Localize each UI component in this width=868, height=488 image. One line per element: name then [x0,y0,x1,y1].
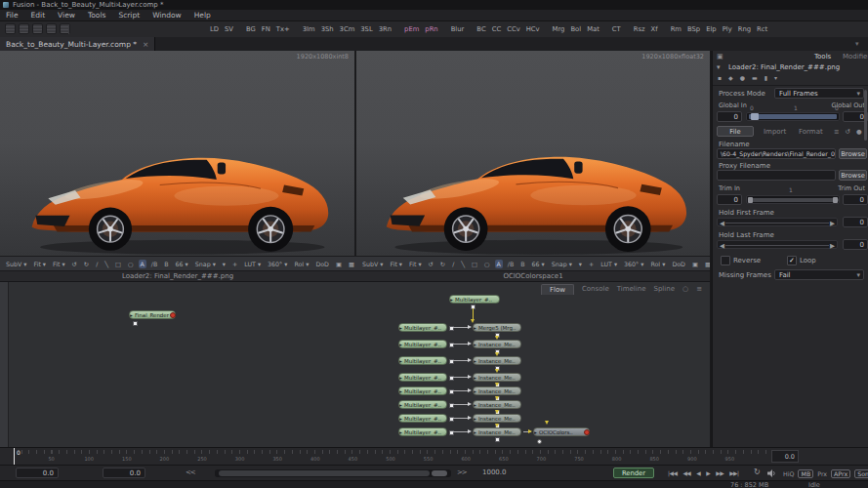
trim-in-input[interactable]: 0 [717,194,742,205]
panel-menu-icon[interactable]: ▣ [717,53,723,61]
fast-forward-button[interactable]: ▶▶ [714,470,725,476]
transport-bar: 0.0 0.0 << >> 1000.0 Render |◀◀◀◀◀▶▶▶▶▶|… [0,465,868,481]
trim-out-input[interactable]: 0 [843,194,868,205]
tab-modifiers[interactable]: Modifiers [843,53,868,61]
connector-square[interactable] [133,321,138,326]
trim-handle-left[interactable] [748,197,753,203]
flow-node-instance[interactable]: Instance_Me.. [473,386,521,395]
output-dot-icon[interactable] [584,429,590,435]
hold-last-input[interactable]: 0 [843,239,868,250]
toggle-some[interactable]: Some [854,469,868,478]
panel-scrollbar[interactable] [864,90,867,141]
flow-node-ocio[interactable]: OCIOColors.. [533,427,590,436]
go-last-button[interactable]: ▶▶| [727,470,740,476]
node-header-icon-2[interactable]: ● [740,74,745,81]
flow-panel[interactable]: Flow Console Timeline Spline ○ ≡ Final_R… [0,281,710,448]
toggle-prx[interactable]: Prx [817,470,827,477]
flow-connection [453,404,469,405]
connector-square[interactable] [495,437,500,442]
playhead[interactable] [14,448,15,466]
hold-first-slider[interactable]: ◀▶ [717,218,838,226]
proxy-filename-input[interactable] [717,170,836,181]
ruler-tick-label: 450 [349,456,358,462]
flow-node-multilayer-top[interactable]: Multilayer_#.. [449,295,500,304]
flow-node-merge[interactable]: Merge5 (Mrg.. [473,323,521,332]
flow-node-multilayer[interactable]: Multilayer_#.. [398,340,447,348]
ruler-track[interactable]: 5010015020025030035040045050055060065070… [14,450,767,464]
toggle-aprx[interactable]: APrx [831,469,850,478]
reverse-checkbox[interactable] [721,256,730,265]
flow-node-instance[interactable]: Instance_Me.. [473,356,521,365]
go-first-button[interactable]: |◀◀ [666,470,679,476]
global-range-track[interactable] [746,112,840,121]
node-header-icon-1[interactable]: ◆ [728,74,733,81]
timeline-scrollbar[interactable] [215,469,451,477]
time-ruler[interactable]: 5010015020025030035040045050055060065070… [0,447,868,466]
node-header-icon-3[interactable]: ▬ [752,74,758,81]
flow-node-multilayer[interactable]: Multilayer_#.. [398,414,447,423]
connector-dot[interactable] [537,439,542,444]
global-range-handle[interactable] [751,113,759,120]
ruler-tick-label: 950 [725,456,735,462]
node-collapse-icon[interactable]: ▾ [717,63,721,71]
timeline-scrollbar-thumb[interactable] [219,470,430,476]
flow-node-multilayer[interactable]: Multilayer_#.. [398,427,447,436]
tabbar-caret-icon[interactable]: ▾ [855,40,859,48]
flow-node-instance[interactable]: Instance_Me.. [473,427,521,436]
toggle-hiq[interactable]: HiQ [783,470,794,477]
ruler-tick-label: 350 [272,456,282,462]
tool-rct[interactable]: Rct [755,25,769,33]
loop-checkbox[interactable] [787,256,797,265]
render-button[interactable]: Render [613,468,654,478]
tool-ply[interactable]: Ply [721,25,734,33]
flow-node-multilayer[interactable]: Multilayer_#.. [398,400,447,409]
scroll-left-button[interactable]: << [186,468,195,476]
loop-playback-icon[interactable]: ↻ [754,468,761,476]
audio-icon[interactable] [767,469,776,477]
hold-first-input[interactable]: 0 [843,217,868,227]
current-time-input[interactable]: 0.0 [103,468,145,478]
trim-range-track[interactable] [746,195,840,204]
node-header-icon-4[interactable]: ▮ [765,74,767,81]
missing-frames-label: Missing Frames [719,271,771,279]
flow-node-multilayer[interactable]: Multilayer_#.. [398,356,447,365]
tab-import[interactable]: Import [764,128,786,136]
node-header-icon-5[interactable]: ▾ [774,74,777,81]
ruler-tick-label: 300 [235,456,245,462]
range-end-value[interactable]: 1000.0 [482,468,507,476]
scroll-right-button[interactable]: >> [457,468,467,476]
fast-rewind-button[interactable]: ◀◀ [681,470,692,476]
file-tab-icon-2[interactable]: ● [856,128,862,136]
process-mode-dropdown[interactable]: Full Frames ▾ [774,88,864,99]
proxy-browse-button[interactable]: Browse [839,170,867,181]
filename-browse-button[interactable]: Browse [839,148,867,159]
global-in-input[interactable]: 0 [717,111,742,122]
range-start-input[interactable]: 0.0 [16,468,59,478]
flow-node-instance[interactable]: Instance_Me.. [473,373,521,382]
missing-frames-dropdown[interactable]: Fail ▾ [774,269,864,280]
tool-rng[interactable]: Rng [736,25,753,33]
tab-format[interactable]: Format [799,128,823,136]
flow-node-instance[interactable]: Instance_Me.. [473,400,521,409]
flow-node-instance[interactable]: Instance_Me.. [473,414,521,423]
flow-node-final-render[interactable]: Final_Render_. [129,310,176,319]
flow-node-multilayer[interactable]: Multilayer_#.. [398,386,447,395]
flow-node-multilayer[interactable]: Multilayer_#.. [398,323,447,332]
hold-last-slider[interactable]: ◀▶ [717,240,838,249]
filename-input[interactable]: \60-4_Spyder\Renders\Final_Render_000.pn… [717,148,836,159]
play-button[interactable]: ▶ [704,470,712,476]
trim-handle-right[interactable] [833,197,838,203]
node-header-icon-0[interactable]: ▪ [718,74,722,81]
output-dot-icon[interactable] [170,312,176,318]
flow-node-instance[interactable]: Instance_Me.. [473,340,521,348]
flow-connection [453,390,469,391]
flow-node-multilayer[interactable]: Multilayer_#.. [398,373,447,382]
tab-tools[interactable]: Tools [814,53,831,61]
tab-file[interactable]: File [717,126,754,137]
step-back-button[interactable]: ◀ [694,470,702,476]
file-tab-icon-0[interactable]: ≡ [834,128,839,136]
arrowhead-icon [468,325,472,329]
file-tab-icon-1[interactable]: ↺ [845,128,849,136]
timeline-scrollbar-handle[interactable] [432,470,447,476]
toggle-mb[interactable]: MB [798,469,813,478]
